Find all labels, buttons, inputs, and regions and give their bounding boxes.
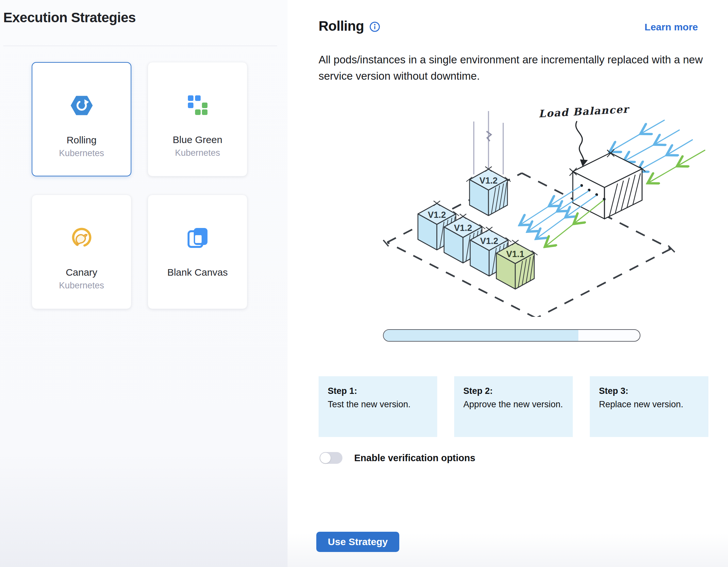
execution-strategies-panel: Execution Strategies Rolling Kubernetes [0, 0, 288, 567]
pod-version-label: V1.2 [428, 210, 446, 220]
strategy-description: All pods/instances in a single environme… [319, 52, 711, 84]
strategy-card-sublabel: Kubernetes [148, 148, 247, 158]
strategy-card-sublabel: Kubernetes [32, 281, 131, 291]
pod-version-label: V1.2 [480, 236, 498, 246]
canary-icon [32, 226, 131, 249]
info-icon[interactable] [369, 21, 380, 32]
step-heading: Step 2: [463, 386, 564, 396]
progress-fill [384, 330, 578, 341]
crane-hook [487, 131, 491, 141]
step-text: Approve the new version. [463, 399, 564, 409]
load-balancer-label: Load Balancer [538, 103, 630, 120]
rolling-icon [32, 94, 131, 117]
pod-version-label: V1.1 [506, 249, 524, 259]
strategy-card-label: Canary [32, 267, 131, 278]
strategy-card-rolling[interactable]: Rolling Kubernetes [32, 62, 131, 176]
strategy-title: Rolling [319, 18, 364, 34]
crane-strings [474, 111, 503, 175]
step-heading: Step 1: [328, 386, 428, 396]
blue-green-icon [148, 94, 247, 117]
strategy-card-blue-green[interactable]: Blue Green Kubernetes [148, 62, 247, 176]
blank-canvas-icon [148, 226, 247, 249]
strategy-card-label: Rolling [32, 135, 131, 146]
strategy-card-label: Blank Canvas [148, 267, 247, 278]
squiggle-arrow [576, 122, 584, 161]
learn-more-link[interactable]: Learn more [645, 22, 698, 33]
step-card-3: Step 3: Replace new version. [590, 376, 708, 437]
strategy-card-label: Blue Green [148, 134, 247, 145]
step-card-2: Step 2: Approve the new version. [454, 376, 573, 437]
pod-incoming: V1.2 [466, 167, 511, 216]
toggle-knob [320, 452, 331, 463]
pod-version-label: V1.2 [454, 223, 472, 233]
strategy-card-canary[interactable]: Canary Kubernetes [32, 195, 131, 309]
rolling-deployment-illustration: Load Balancer [381, 101, 707, 317]
strategy-card-sublabel: Kubernetes [32, 148, 131, 159]
step-text: Replace new version. [599, 399, 699, 409]
step-card-1: Step 1: Test the new version. [319, 376, 437, 437]
use-strategy-button[interactable]: Use Strategy [316, 532, 399, 552]
step-text: Test the new version. [328, 399, 428, 409]
divider [3, 46, 277, 46]
rollout-progress-bar [383, 329, 640, 342]
strategy-card-blank-canvas[interactable]: Blank Canvas [148, 195, 247, 309]
strategy-detail-panel: Rolling Learn more All pods/instances in… [288, 0, 728, 567]
verification-toggle-label: Enable verification options [354, 453, 475, 463]
pod-version-label: V1.2 [479, 176, 498, 186]
page-title: Execution Strategies [3, 10, 136, 25]
step-heading: Step 3: [599, 386, 699, 396]
verification-toggle[interactable] [320, 452, 342, 464]
